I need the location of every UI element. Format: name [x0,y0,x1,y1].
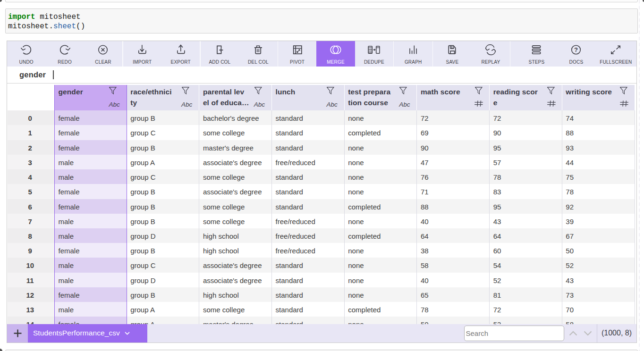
svg-text:?: ? [574,46,578,53]
